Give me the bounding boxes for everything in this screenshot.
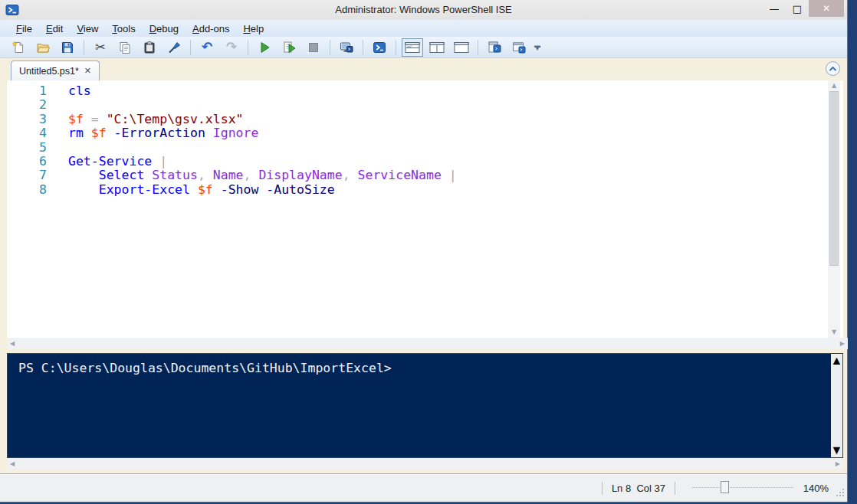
tab-untitled5[interactable]: Untitled5.ps1* ✕ — [11, 61, 100, 80]
code-text: $f = "C:\Temp\gsv.xlsx" — [68, 113, 244, 126]
editor-horizontal-scrollbar[interactable]: ◀ ▶ — [7, 338, 848, 349]
menu-view[interactable]: View — [70, 21, 105, 36]
line-number: 8 — [7, 183, 47, 197]
code-line[interactable]: 7 Select Status, Name, DisplayName, Serv… — [7, 169, 843, 182]
open-script-button[interactable] — [32, 38, 54, 57]
tab-row: Untitled5.ps1* ✕ — [0, 58, 847, 80]
stop-operation-button[interactable] — [303, 38, 324, 57]
tab-close-icon[interactable]: ✕ — [84, 66, 91, 76]
zoom-slider[interactable] — [692, 481, 793, 495]
toolbar-separator — [248, 40, 248, 55]
paste-button[interactable] — [139, 38, 160, 57]
script-pane-top-icon — [404, 41, 421, 54]
start-powershell-exe-button[interactable] — [369, 38, 390, 57]
title-bar[interactable]: Administrator: Windows PowerShell ISE — … — [0, 0, 847, 21]
code-line[interactable]: 5 — [7, 141, 843, 155]
line-number: 6 — [7, 155, 47, 169]
resize-grip-icon[interactable] — [836, 488, 845, 499]
show-command-window-button[interactable] — [508, 38, 530, 57]
clipboard-icon — [143, 41, 156, 54]
new-script-button[interactable] — [8, 38, 29, 57]
zoom-slider-track[interactable] — [692, 487, 793, 488]
menu-tools[interactable]: Tools — [105, 21, 142, 36]
redo-button[interactable]: ↷ — [221, 38, 242, 57]
open-folder-icon — [36, 41, 50, 54]
stop-icon — [307, 41, 320, 54]
scroll-left-icon[interactable]: ◀ — [10, 459, 15, 470]
new-powershell-tab-button[interactable] — [484, 38, 505, 57]
cut-button[interactable]: ✂ — [90, 38, 111, 57]
redo-icon: ↷ — [226, 41, 237, 54]
scroll-right-icon[interactable]: ▶ — [840, 339, 845, 349]
undo-button[interactable]: ↶ — [196, 38, 218, 57]
console-prompt[interactable]: PS C:\Users\Douglas\Documents\GitHub\Imp… — [8, 354, 842, 375]
scroll-down-icon[interactable]: ▼ — [831, 443, 843, 457]
collapse-script-pane-button[interactable] — [826, 61, 840, 76]
console-vertical-scrollbar[interactable]: ▲ ▼ — [831, 354, 842, 457]
close-button[interactable]: ✕ — [809, 0, 844, 17]
scroll-up-icon[interactable]: ▲ — [831, 354, 843, 368]
status-separator — [675, 482, 675, 495]
scroll-up-icon[interactable]: ▲ — [832, 80, 836, 91]
toolbar-separator — [84, 40, 84, 55]
script-editor[interactable]: 1cls23$f = "C:\Temp\gsv.xlsx"4rm $f -Err… — [7, 80, 843, 338]
menu-bar: File Edit View Tools Debug Add-ons Help — [0, 20, 847, 37]
copy-icon — [118, 41, 132, 54]
show-script-pane-top-button[interactable] — [402, 38, 423, 57]
status-bar: Ln 8 Col 37 140% — [0, 473, 847, 502]
line-number: 3 — [7, 113, 47, 126]
zoom-slider-thumb[interactable] — [721, 481, 729, 493]
scroll-down-icon[interactable]: ▼ — [832, 327, 836, 338]
powershell-ise-window: Administrator: Windows PowerShell ISE — … — [0, 0, 848, 502]
status-separator — [602, 482, 603, 495]
code-line[interactable]: 8 Export-Excel $f -Show -AutoSize — [7, 183, 843, 197]
scroll-right-icon[interactable]: ▶ — [836, 459, 840, 470]
code-line[interactable]: 6Get-Service | — [7, 155, 843, 169]
line-number: 2 — [7, 98, 47, 112]
run-selection-button[interactable] — [278, 38, 300, 57]
zoom-level-label: 140% — [801, 483, 829, 494]
window-title: Administrator: Windows PowerShell ISE — [0, 0, 847, 20]
menu-add-ons[interactable]: Add-ons — [186, 21, 236, 36]
save-script-button[interactable] — [57, 38, 78, 57]
script-pane-right-icon — [428, 41, 445, 54]
line-number: 5 — [7, 141, 47, 155]
code-line[interactable]: 1cls — [7, 84, 843, 98]
scroll-left-icon[interactable]: ◀ — [10, 339, 15, 349]
line-col-indicator: Ln 8 Col 37 — [612, 483, 665, 494]
copy-button[interactable] — [114, 38, 136, 57]
clear-console-pane-button[interactable] — [163, 38, 185, 57]
script-pane-maximized-icon — [453, 41, 470, 54]
code-line[interactable]: 4rm $f -ErrorAction Ignore — [7, 126, 843, 140]
editor-scrollbar-thumb[interactable] — [829, 91, 839, 266]
new-remote-powershell-tab-button[interactable] — [336, 38, 357, 57]
console-pane[interactable]: PS C:\Users\Douglas\Documents\GitHub\Imp… — [7, 353, 843, 458]
menu-file[interactable]: File — [9, 21, 39, 36]
console-horizontal-scrollbar[interactable]: ◀ ▶ — [7, 458, 843, 470]
minimize-button[interactable]: — — [763, 0, 786, 17]
code-text: cls — [68, 84, 91, 98]
save-floppy-icon — [61, 41, 74, 54]
menu-debug[interactable]: Debug — [143, 21, 186, 36]
code-line[interactable]: 3$f = "C:\Temp\gsv.xlsx" — [7, 113, 843, 126]
code-text: Select Status, Name, DisplayName, Servic… — [68, 169, 457, 182]
menu-help[interactable]: Help — [236, 21, 271, 36]
toolbar-separator — [478, 40, 478, 55]
chevron-up-circle-icon — [829, 66, 837, 72]
maximize-button[interactable]: □ — [786, 0, 809, 17]
show-script-pane-right-button[interactable] — [426, 38, 448, 57]
code-line[interactable]: 2 — [7, 98, 843, 112]
new-powershell-tab-icon — [488, 41, 501, 54]
show-script-pane-maximized-button[interactable] — [451, 38, 472, 57]
clear-console-icon — [167, 41, 181, 54]
line-number: 4 — [7, 126, 47, 140]
run-script-button[interactable] — [254, 38, 275, 57]
menu-edit[interactable]: Edit — [39, 21, 70, 36]
tab-label: Untitled5.ps1* — [19, 66, 79, 77]
line-number: 7 — [7, 169, 47, 182]
editor-vertical-scrollbar[interactable]: ▲ ▼ — [828, 80, 840, 338]
run-script-icon — [258, 41, 271, 54]
toolbar-options-overflow[interactable]: ▬▾ — [534, 44, 540, 51]
line-number: 1 — [7, 84, 47, 98]
toolbar-separator — [330, 40, 330, 55]
